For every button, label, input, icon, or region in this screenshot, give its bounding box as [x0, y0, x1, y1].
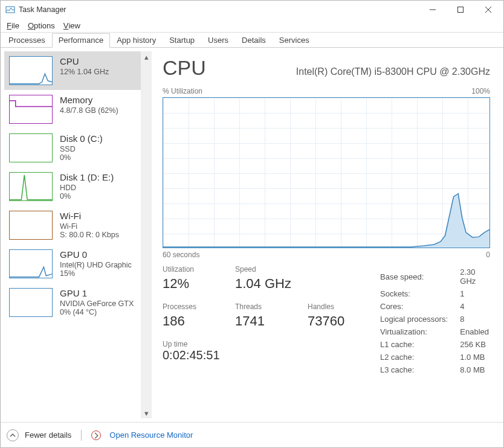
chevron-up-icon	[10, 432, 16, 438]
menu-options[interactable]: Options	[28, 21, 55, 30]
tab-startup[interactable]: Startup	[163, 33, 201, 48]
cpu-detail-pane: CPU Intel(R) Core(TM) i5-8300H CPU @ 2.3…	[152, 48, 503, 422]
menu-bar: File Options View	[1, 19, 503, 32]
svg-rect-2	[458, 7, 464, 13]
sidebar-sub2: 0%	[60, 192, 114, 200]
maximize-button[interactable]	[447, 1, 474, 19]
threads-value: 1741	[235, 313, 289, 329]
handles-value: 73760	[308, 313, 362, 329]
l1-value: 256 KB	[460, 339, 489, 350]
sidebar-item-disk1[interactable]: Disk 1 (D: E:) HDD 0%	[4, 167, 152, 206]
sidebar-sub: NVIDIA GeForce GTX	[60, 299, 134, 308]
utilization-value: 12%	[163, 276, 217, 292]
open-resource-monitor-link[interactable]: Open Resource Monitor	[109, 430, 193, 440]
l1-label: L1 cache:	[380, 339, 459, 350]
sidebar-sub: Intel(R) UHD Graphic	[60, 261, 132, 269]
resource-monitor-icon	[91, 430, 101, 440]
cores-value: 4	[460, 301, 489, 312]
l3-label: L3 cache:	[380, 364, 459, 376]
menu-file[interactable]: File	[7, 21, 19, 30]
sockets-label: Sockets:	[380, 288, 459, 299]
sidebar-sub2: 0%	[60, 153, 103, 162]
graph-y-max: 100%	[471, 87, 490, 95]
sidebar-sub: SSD	[60, 145, 103, 153]
processes-label: Processes	[163, 302, 217, 311]
perf-sidebar: CPU 12% 1.04 GHz Memory 4.8/7.8 GB (62%)…	[1, 48, 152, 422]
sidebar-sub2: 0% (44 °C)	[60, 308, 134, 316]
sidebar-title: CPU	[60, 56, 109, 66]
title-bar: Task Manager	[1, 1, 503, 19]
tab-strip: Processes Performance App history Startu…	[1, 32, 503, 48]
sidebar-title: Wi-Fi	[60, 211, 119, 221]
fewer-details-toggle[interactable]	[7, 429, 19, 441]
tab-details[interactable]: Details	[235, 33, 273, 48]
speed-label: Speed	[235, 265, 291, 274]
memory-thumb	[9, 95, 53, 124]
uptime-label: Up time	[163, 340, 362, 348]
sidebar-sub2: 15%	[60, 269, 132, 278]
l2-label: L2 cache:	[380, 351, 459, 363]
base-speed-value: 2.30 GHz	[460, 266, 489, 287]
sidebar-scrollbar[interactable]: ▴ ▾	[141, 51, 152, 418]
tab-performance[interactable]: Performance	[52, 33, 110, 48]
tab-processes[interactable]: Processes	[2, 33, 52, 48]
window-title: Task Manager	[19, 5, 66, 14]
tab-app-history[interactable]: App history	[110, 33, 163, 48]
tab-users[interactable]: Users	[201, 33, 235, 48]
virtualization-value: Enabled	[460, 326, 489, 338]
cpu-specs: Base speed:2.30 GHz Sockets:1 Cores:4 Lo…	[379, 265, 490, 377]
logical-label: Logical processors:	[380, 313, 459, 325]
speed-value: 1.04 GHz	[235, 276, 291, 292]
cpu-utilization-chart[interactable]	[163, 97, 490, 248]
main-area: CPU 12% 1.04 GHz Memory 4.8/7.8 GB (62%)…	[1, 48, 503, 422]
disk0-thumb	[9, 133, 53, 162]
minimize-button[interactable]	[419, 1, 447, 19]
sidebar-item-gpu0[interactable]: GPU 0 Intel(R) UHD Graphic 15%	[4, 245, 152, 283]
sidebar-item-disk0[interactable]: Disk 0 (C:) SSD 0%	[4, 129, 152, 167]
sidebar-item-memory[interactable]: Memory 4.8/7.8 GB (62%)	[4, 90, 152, 129]
sidebar-title: Memory	[60, 95, 118, 105]
sidebar-sub: HDD	[60, 184, 114, 192]
scroll-up-icon[interactable]: ▴	[141, 51, 152, 62]
cores-label: Cores:	[380, 301, 459, 312]
scroll-down-icon[interactable]: ▾	[141, 408, 152, 418]
sidebar-item-cpu[interactable]: CPU 12% 1.04 GHz	[4, 51, 152, 90]
sidebar-title: GPU 1	[60, 288, 134, 298]
base-speed-label: Base speed:	[380, 266, 459, 287]
l3-value: 8.0 MB	[460, 364, 489, 376]
tab-services[interactable]: Services	[273, 33, 316, 48]
graph-y-label: % Utilization	[163, 87, 202, 95]
logical-value: 8	[460, 313, 489, 325]
cpu-metrics-left: Utilization12% Speed1.04 GHz Processes18…	[163, 265, 362, 377]
sidebar-sub: 4.8/7.8 GB (62%)	[60, 106, 118, 115]
sidebar-item-gpu1[interactable]: GPU 1 NVIDIA GeForce GTX 0% (44 °C)	[4, 283, 152, 322]
sidebar-sub: 12% 1.04 GHz	[60, 68, 109, 76]
graph-x-left: 60 seconds	[163, 251, 199, 259]
utilization-label: Utilization	[163, 265, 217, 274]
disk1-thumb	[9, 172, 53, 201]
l2-value: 1.0 MB	[460, 351, 489, 363]
virtualization-label: Virtualization:	[380, 326, 459, 338]
handles-label: Handles	[308, 302, 362, 311]
close-button[interactable]	[474, 1, 502, 19]
sidebar-sub2: S: 80.0 R: 0 Kbps	[60, 231, 119, 239]
app-icon	[5, 5, 15, 14]
wifi-thumb	[9, 211, 53, 240]
cpu-thumb	[9, 56, 53, 85]
sockets-value: 1	[460, 288, 489, 299]
sidebar-title: GPU 0	[60, 249, 132, 260]
processes-value: 186	[163, 313, 217, 329]
gpu0-thumb	[9, 249, 53, 278]
menu-view[interactable]: View	[63, 21, 80, 30]
gpu1-thumb	[9, 288, 53, 317]
sidebar-title: Disk 0 (C:)	[60, 133, 103, 144]
graph-x-right: 0	[486, 251, 490, 259]
fewer-details-label[interactable]: Fewer details	[25, 430, 71, 440]
cpu-name: Intel(R) Core(TM) i5-8300H CPU @ 2.30GHz	[224, 66, 490, 77]
sidebar-item-wifi[interactable]: Wi-Fi Wi-Fi S: 80.0 R: 0 Kbps	[4, 206, 152, 245]
uptime-value: 0:02:45:51	[163, 348, 362, 362]
footer: Fewer details Open Resource Monitor	[1, 422, 503, 447]
threads-label: Threads	[235, 302, 289, 311]
detail-title: CPU	[163, 56, 206, 80]
sidebar-title: Disk 1 (D: E:)	[60, 172, 114, 182]
